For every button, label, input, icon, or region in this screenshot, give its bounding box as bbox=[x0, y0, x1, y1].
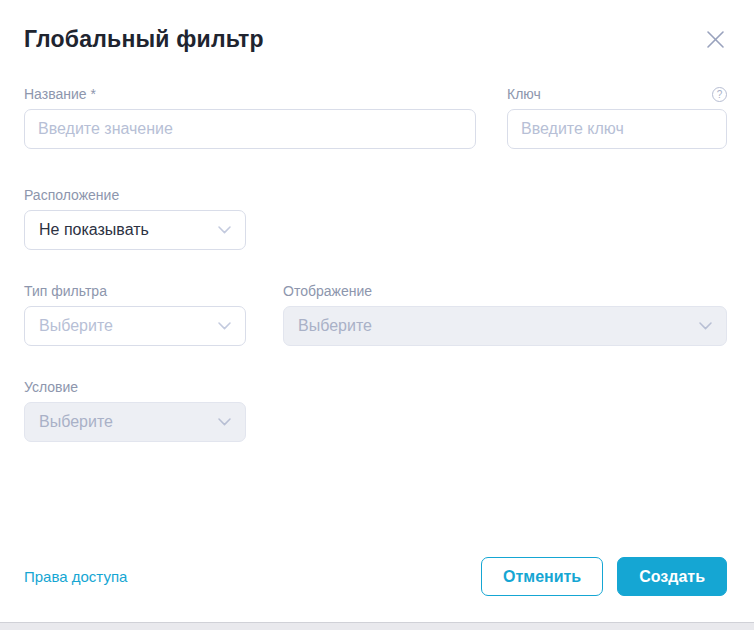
chevron-down-icon bbox=[218, 322, 231, 330]
display-label: Отображение bbox=[283, 283, 372, 299]
location-label: Расположение bbox=[24, 187, 119, 203]
key-input[interactable] bbox=[507, 109, 727, 149]
chevron-down-icon bbox=[699, 322, 712, 330]
key-field-group: Ключ ? bbox=[507, 86, 727, 149]
filter-type-select-value: Выберите bbox=[39, 317, 113, 335]
chevron-down-icon bbox=[218, 418, 231, 426]
display-select: Выберите bbox=[283, 306, 727, 346]
create-button[interactable]: Создать bbox=[617, 557, 727, 596]
page-title: Глобальный фильтр bbox=[24, 26, 264, 53]
dialog-footer: Права доступа Отменить Создать bbox=[24, 557, 727, 596]
background-strip bbox=[0, 622, 754, 630]
filter-type-field-group: Тип фильтра Выберите bbox=[24, 283, 246, 346]
location-select-value: Не показывать bbox=[39, 221, 149, 239]
row-name-key: Название * Ключ ? bbox=[24, 86, 727, 149]
display-select-value: Выберите bbox=[298, 317, 372, 335]
row-location: Расположение Не показывать bbox=[24, 187, 727, 250]
name-label: Название * bbox=[24, 86, 96, 102]
dialog-header: Глобальный фильтр bbox=[24, 26, 727, 53]
close-icon bbox=[706, 30, 725, 49]
key-label: Ключ bbox=[507, 86, 541, 102]
filter-type-select[interactable]: Выберите bbox=[24, 306, 246, 346]
help-icon[interactable]: ? bbox=[712, 87, 727, 102]
condition-select: Выберите bbox=[24, 402, 246, 442]
global-filter-dialog: Глобальный фильтр Название * Ключ ? bbox=[0, 0, 754, 630]
condition-field-group: Условие Выберите bbox=[24, 379, 246, 442]
row-condition: Условие Выберите bbox=[24, 379, 727, 442]
display-field-group: Отображение Выберите bbox=[283, 283, 727, 346]
name-field-group: Название * bbox=[24, 86, 476, 149]
cancel-button[interactable]: Отменить bbox=[481, 557, 603, 596]
condition-label: Условие bbox=[24, 379, 78, 395]
location-select[interactable]: Не показывать bbox=[24, 210, 246, 250]
chevron-down-icon bbox=[218, 226, 231, 234]
name-input[interactable] bbox=[24, 109, 476, 149]
filter-type-label: Тип фильтра bbox=[24, 283, 107, 299]
row-type-display: Тип фильтра Выберите Отображение Выберит… bbox=[24, 283, 727, 346]
close-button[interactable] bbox=[704, 28, 727, 51]
access-rights-link[interactable]: Права доступа bbox=[24, 568, 127, 585]
location-field-group: Расположение Не показывать bbox=[24, 187, 246, 250]
condition-select-value: Выберите bbox=[39, 413, 113, 431]
